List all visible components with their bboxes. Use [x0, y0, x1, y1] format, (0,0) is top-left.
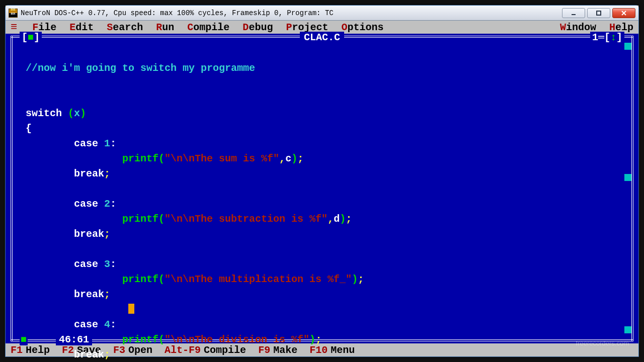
editor-frame: [■] CLAC.C 1═[↕] ■ 46:61 //now i'm going…: [6, 34, 638, 343]
menu-search[interactable]: Search: [107, 22, 143, 33]
scroll-down-icon[interactable]: [624, 326, 631, 333]
maximize-button[interactable]: [587, 8, 610, 18]
dosbox-window: DOSBOX NeuTroN DOS-C++ 0.77, Cpu speed: …: [5, 5, 639, 357]
code-editor[interactable]: //now i'm going to switch my programme s…: [26, 46, 618, 333]
vertical-scrollbar[interactable]: [624, 43, 631, 334]
scroll-up-icon[interactable]: [624, 43, 631, 50]
scroll-thumb[interactable]: [624, 174, 631, 181]
text-cursor: [128, 304, 134, 314]
system-menu-icon[interactable]: ≡: [11, 21, 19, 34]
editor-filename: CLAC.C: [300, 32, 344, 43]
window-title: NeuTroN DOS-C++ 0.77, Cpu speed: max 100…: [21, 9, 562, 17]
minimize-button[interactable]: [562, 8, 585, 18]
watermark: freerecorders.com: [576, 339, 629, 347]
menu-compile[interactable]: Compile: [187, 22, 229, 33]
dos-screen: ≡ File Edit Search Run Compile Debug Pro…: [6, 21, 638, 356]
menu-run[interactable]: Run: [156, 22, 174, 33]
window-buttons: [562, 8, 635, 18]
menu-options[interactable]: Options: [341, 22, 383, 33]
frame-zoom-icon[interactable]: 1═[↕]: [590, 32, 624, 43]
svg-rect-0: [597, 11, 601, 15]
frame-close-icon[interactable]: [■]: [20, 32, 42, 43]
menu-edit[interactable]: Edit: [69, 22, 94, 33]
menu-debug[interactable]: Debug: [243, 22, 273, 33]
close-button[interactable]: [612, 8, 635, 18]
titlebar[interactable]: DOSBOX NeuTroN DOS-C++ 0.77, Cpu speed: …: [6, 6, 638, 21]
dosbox-icon: DOSBOX: [9, 9, 18, 18]
code-comment: //now i'm going to switch my programme: [26, 62, 255, 74]
